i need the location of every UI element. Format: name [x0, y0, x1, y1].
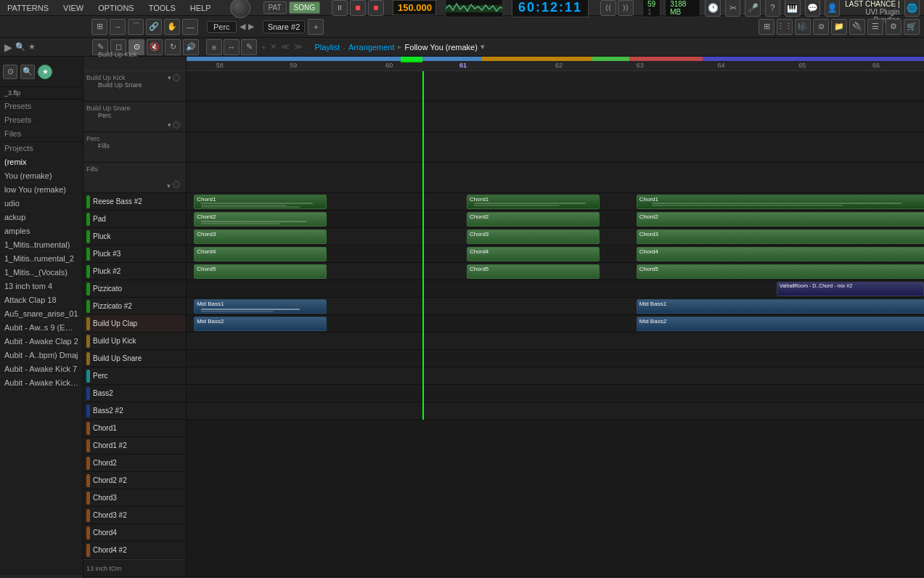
sidebar-file-2[interactable]: 1_Mitis..rumental_2 — [0, 252, 83, 266]
sidebar-file-aubit1[interactable]: Aubit - Aw..s 9 (Emaj) — [0, 321, 83, 335]
row-empty4[interactable] — [187, 385, 924, 402]
block-chord3-b[interactable]: Chord3 — [467, 229, 600, 244]
track-chord3-2[interactable]: Chord3 #2 — [83, 507, 186, 524]
row-empty3[interactable] — [187, 367, 924, 385]
sidebar-icon2[interactable]: 🔍 — [20, 65, 35, 79]
channel-btn[interactable]: ⋮⋮ — [777, 19, 793, 35]
block-chord3-a[interactable]: Chord3 — [194, 229, 327, 244]
playlist-link[interactable]: Playlist — [314, 43, 340, 52]
group-down-arrow[interactable]: ▾ — [168, 74, 171, 81]
browser-btn[interactable]: 📁 — [831, 19, 847, 35]
row-chord1[interactable]: Chord1 Chord1 Chord1 — [187, 193, 924, 211]
track-bass2-2[interactable]: Bass2 #2 — [83, 402, 186, 420]
row-chord2[interactable]: Chord2 Chord2 Chord2 — [187, 211, 924, 228]
skip-fwd-btn[interactable]: ≫ — [294, 42, 303, 52]
track-reese-bass[interactable]: Reese Bass #2 — [83, 193, 186, 211]
block-reverb[interactable]: ValhallRoom - D..Chord - mix #2 — [777, 282, 924, 296]
song-button[interactable]: SONG — [289, 1, 320, 14]
mic-icon[interactable]: 🎤 — [745, 0, 760, 17]
row-mid-bass1[interactable]: Mid Bass1 Mid Bass1 — [187, 298, 924, 315]
sidebar-file-au5[interactable]: Au5_snare_arise_01 — [0, 307, 83, 321]
user-icon[interactable]: 👤 — [825, 0, 840, 17]
sidebar-file-you-remake[interactable]: You (remake) — [0, 169, 83, 183]
clock-icon[interactable]: 🕐 — [705, 0, 720, 17]
block-chord4-b[interactable]: Chord4 — [467, 247, 600, 261]
skip-back-btn[interactable]: ≪ — [281, 42, 290, 52]
track-bass2[interactable]: Bass2 — [83, 385, 186, 402]
line-selector[interactable]: Perc — [207, 21, 237, 33]
sidebar-file-attack-clap[interactable]: Attack Clap 18 — [0, 293, 83, 307]
block-chord5-a[interactable]: Chord5 — [194, 264, 327, 279]
track-chord4[interactable]: Chord4 — [83, 524, 186, 542]
block-mid-bass1-b[interactable]: Mid Bass1 — [637, 299, 924, 314]
row-empty2[interactable] — [187, 350, 924, 367]
sidebar-file-aubit3[interactable]: Aubit - A..bpm) Dmaj — [0, 349, 83, 362]
pause-button[interactable]: ⏸ — [332, 0, 348, 16]
chat-icon[interactable]: 💬 — [805, 0, 820, 17]
pattern-btn[interactable]: ⊞ — [759, 19, 774, 35]
block-chord1-c[interactable]: Chord1 — [637, 195, 924, 209]
sidebar-icon1[interactable]: ⊙ — [3, 65, 17, 79]
piano-roll-btn[interactable]: 🎼 — [795, 19, 811, 35]
block-chord2-b[interactable]: Chord2 — [467, 212, 600, 227]
sidebar-item-presets[interactable]: Presets — [0, 99, 83, 113]
play-small-btn[interactable]: ▶ — [4, 41, 12, 53]
block-chord5-b[interactable]: Chord5 — [467, 264, 600, 279]
block-chord1-b[interactable]: Chord1 — [467, 195, 600, 209]
arrangement-link[interactable]: Arrangement — [348, 43, 395, 52]
row-empty5[interactable] — [187, 402, 924, 420]
sidebar-item-presets2[interactable]: Presets — [0, 113, 83, 127]
track-buildup-clap[interactable]: Build Up Clap — [83, 315, 186, 333]
snap-icon[interactable]: ⌒ — [128, 19, 144, 35]
sidebar-file-samples[interactable]: amples — [0, 224, 83, 238]
settings-btn[interactable]: ⚙ — [886, 19, 901, 35]
rewind-btn[interactable]: ⟨⟨ — [600, 0, 616, 16]
fills-arrow[interactable]: ▾ — [167, 182, 171, 190]
row-group-snare[interactable] — [187, 102, 924, 132]
row-chord5[interactable]: Chord5 Chord5 Chord5 — [187, 263, 924, 280]
block-mid-bass1-a[interactable]: Mid Bass1 — [194, 299, 327, 314]
track-chord4-2[interactable]: Chord4 #2 — [83, 542, 186, 559]
bpm-display[interactable]: 150.000 — [393, 0, 436, 15]
row-group-perc[interactable] — [187, 132, 924, 163]
mixer-icon[interactable]: ⊞ — [91, 19, 107, 35]
menu-patterns[interactable]: PATTERNS — [4, 2, 52, 14]
menu-tools[interactable]: TOOLS — [146, 2, 179, 14]
track-chord1[interactable]: Chord1 — [83, 420, 186, 437]
group-toggle[interactable] — [173, 74, 180, 81]
block-chord2-c[interactable]: Chord2 — [637, 212, 924, 227]
dropdown-arrow[interactable]: ▾ — [481, 42, 485, 52]
grab-btn[interactable]: ☰ — [867, 19, 883, 35]
sidebar-file-remix[interactable]: (remix — [0, 155, 83, 169]
track-pluck3[interactable]: Pluck #3 — [83, 245, 186, 263]
line-next[interactable]: ▶ — [248, 22, 254, 31]
pencil-icon[interactable]: ✎ — [92, 39, 108, 55]
sidebar-file-3[interactable]: 1_Mitis.._(Vocals) — [0, 266, 83, 280]
link-icon[interactable]: 🔗 — [146, 19, 162, 35]
menu-options[interactable]: OPTIONS — [95, 2, 137, 14]
eraser-icon[interactable]: ◻ — [110, 39, 126, 55]
cart-btn[interactable]: 🛒 — [904, 19, 920, 35]
palm-icon[interactable]: ✋ — [164, 19, 180, 35]
track-pizzicato[interactable]: Pizzicato — [83, 280, 186, 298]
mute-icon[interactable]: 🔇 — [147, 39, 163, 55]
group2-arrow[interactable]: ▾ — [168, 121, 171, 129]
sidebar-file-aubit4[interactable]: Aubit - Awake Kick 7 — [0, 362, 83, 376]
master-knob[interactable] — [230, 0, 250, 18]
block-chord2-a[interactable]: Chord2 — [194, 212, 327, 227]
block-chord3-c[interactable]: Chord3 — [637, 229, 924, 244]
speaker-icon[interactable]: 🔊 — [183, 39, 199, 55]
sidebar-item-files[interactable]: Files — [0, 127, 83, 141]
scissors-icon[interactable]: ✂ — [725, 0, 740, 17]
sidebar-file-audio[interactable]: udio — [0, 197, 83, 211]
sidebar-star-icon[interactable]: ★ — [38, 65, 52, 79]
row-mid-bass2[interactable]: Mid Bass2 Mid Bass2 — [187, 315, 924, 333]
track-add-btn[interactable]: ≡ — [206, 39, 222, 55]
track-pizzicato2[interactable]: Pizzicato #2 — [83, 298, 186, 315]
track-scroll-btn[interactable]: ↔ — [224, 39, 240, 55]
record-button[interactable]: ⏺ — [368, 0, 384, 16]
loop-icon[interactable]: ↻ — [165, 39, 181, 55]
row-empty1[interactable] — [187, 333, 924, 350]
row-group-fills[interactable] — [187, 163, 924, 193]
track-chord3[interactable]: Chord3 — [83, 489, 186, 507]
